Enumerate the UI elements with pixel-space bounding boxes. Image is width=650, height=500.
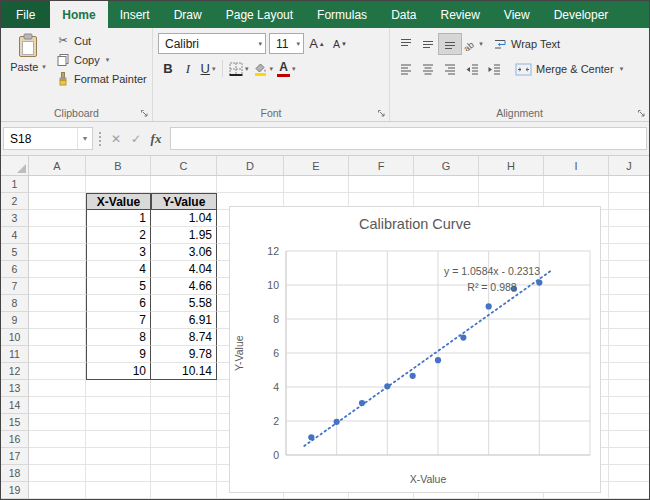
cell-J10[interactable] [609,329,649,346]
row-header-17[interactable]: 17 [1,448,29,465]
row-header-18[interactable]: 18 [1,465,29,482]
align-left-button[interactable] [395,59,417,79]
tab-data[interactable]: Data [379,1,428,28]
row-header-1[interactable]: 1 [1,176,29,193]
cell-C6[interactable]: 4.04 [151,261,217,278]
cell-J4[interactable] [609,227,649,244]
cell-A14[interactable] [29,397,86,414]
bold-button[interactable]: B [158,58,178,79]
cell-I1[interactable] [544,176,609,193]
data-point[interactable] [308,434,314,440]
wrap-text-button[interactable]: Wrap Text [493,34,560,54]
cell-A16[interactable] [29,431,86,448]
cell-J13[interactable] [609,380,649,397]
cell-J7[interactable] [609,278,649,295]
clipboard-dialog-launcher[interactable] [140,109,149,118]
cell-C2[interactable]: Y-Value [151,193,217,210]
tab-page-layout[interactable]: Page Layout [214,1,305,28]
row-header-12[interactable]: 12 [1,363,29,380]
row-header-6[interactable]: 6 [1,261,29,278]
cell-G1[interactable] [414,176,479,193]
cell-C15[interactable] [151,414,217,431]
column-header-E[interactable]: E [284,156,349,175]
x-axis-title[interactable]: X-Value [256,473,600,485]
cell-A5[interactable] [29,244,86,261]
cell-C10[interactable]: 8.74 [151,329,217,346]
cell-A1[interactable] [29,176,86,193]
cell-A3[interactable] [29,210,86,227]
row-header-2[interactable]: 2 [1,193,29,210]
font-size-combobox[interactable]: 11 ▾ [269,33,304,54]
cell-E1[interactable] [284,176,349,193]
data-point[interactable] [359,400,365,406]
cell-C19[interactable] [151,482,217,499]
cell-C7[interactable]: 4.66 [151,278,217,295]
cell-A17[interactable] [29,448,86,465]
cell-D1[interactable] [217,176,284,193]
cell-C18[interactable] [151,465,217,482]
row-header-19[interactable]: 19 [1,482,29,499]
cell-C17[interactable] [151,448,217,465]
cell-A6[interactable] [29,261,86,278]
row-header-9[interactable]: 9 [1,312,29,329]
cell-B3[interactable]: 1 [86,210,151,227]
cell-B2[interactable]: X-Value [86,193,151,210]
data-point[interactable] [486,303,492,309]
row-header-14[interactable]: 14 [1,397,29,414]
row-header-16[interactable]: 16 [1,431,29,448]
cell-B18[interactable] [86,465,151,482]
cell-F1[interactable] [349,176,414,193]
fill-color-button[interactable]: ▾ [251,58,276,79]
name-box[interactable]: ▾ [3,127,93,150]
increase-font-size-button[interactable]: A▲ [307,33,327,54]
font-name-combobox[interactable]: Calibri ▾ [158,33,266,54]
cell-J2[interactable] [609,193,649,210]
cell-C5[interactable]: 3.06 [151,244,217,261]
tab-developer[interactable]: Developer [542,1,621,28]
formula-bar-handle[interactable] [99,132,101,146]
cell-B4[interactable]: 2 [86,227,151,244]
borders-button[interactable]: ▾ [227,58,251,79]
row-header-4[interactable]: 4 [1,227,29,244]
data-point[interactable] [460,334,466,340]
column-header-C[interactable]: C [151,156,217,175]
cut-button[interactable]: ✂ Cut [54,31,149,50]
tab-view[interactable]: View [492,1,542,28]
paste-button[interactable]: Paste ▾ [6,31,50,104]
format-painter-button[interactable]: Format Painter [54,69,149,88]
merge-center-button[interactable]: Merge & Center ▾ [515,59,623,79]
font-dialog-launcher[interactable] [377,109,386,118]
cell-B15[interactable] [86,414,151,431]
row-header-15[interactable]: 15 [1,414,29,431]
cell-B8[interactable]: 6 [86,295,151,312]
cell-J19[interactable] [609,482,649,499]
data-point[interactable] [511,286,517,292]
cell-B12[interactable]: 10 [86,363,151,380]
chart-title[interactable]: Calibration Curve [230,216,600,232]
column-header-I[interactable]: I [544,156,609,175]
data-point[interactable] [410,373,416,379]
cell-C14[interactable] [151,397,217,414]
data-point[interactable] [334,419,340,425]
data-point[interactable] [384,383,390,389]
cell-A15[interactable] [29,414,86,431]
cell-A4[interactable] [29,227,86,244]
cell-A11[interactable] [29,346,86,363]
cell-C9[interactable]: 6.91 [151,312,217,329]
cell-A8[interactable] [29,295,86,312]
data-point[interactable] [435,357,441,363]
row-header-3[interactable]: 3 [1,210,29,227]
bottom-align-button[interactable] [439,34,461,54]
cell-C3[interactable]: 1.04 [151,210,217,227]
tab-insert[interactable]: Insert [108,1,162,28]
copy-button[interactable]: Copy ▾ [54,50,149,69]
row-header-13[interactable]: 13 [1,380,29,397]
cell-J15[interactable] [609,414,649,431]
row-header-10[interactable]: 10 [1,329,29,346]
cell-B1[interactable] [86,176,151,193]
decrease-font-size-button[interactable]: A▼ [330,33,350,54]
column-header-G[interactable]: G [414,156,479,175]
enter-button[interactable]: ✓ [126,132,146,146]
cell-B7[interactable]: 5 [86,278,151,295]
row-header-11[interactable]: 11 [1,346,29,363]
